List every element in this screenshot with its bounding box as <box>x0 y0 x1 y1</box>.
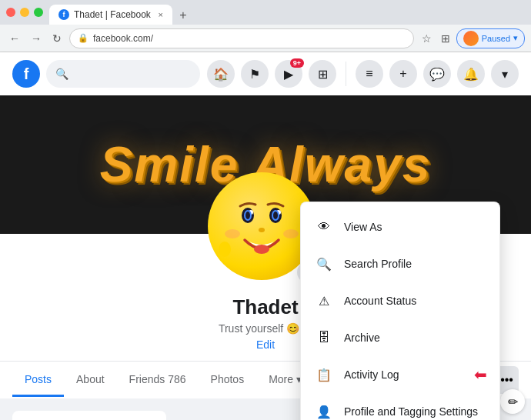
minimize-window-button[interactable] <box>20 8 29 17</box>
svg-point-7 <box>273 212 278 219</box>
friends-count: 786 <box>168 373 185 385</box>
profile-avatar-small <box>463 31 479 46</box>
tab-title: Thadet | Facebook <box>74 9 151 20</box>
create-nav-button[interactable]: + <box>389 60 417 88</box>
refresh-button[interactable]: ↻ <box>49 29 65 48</box>
tab-close-button[interactable]: × <box>159 10 163 19</box>
account-status-label: Account Status <box>344 295 487 307</box>
profile-tagging-icon: 👤 <box>313 401 335 420</box>
video-badge: 9+ <box>290 58 304 68</box>
paused-label: Paused <box>482 34 510 43</box>
svg-point-8 <box>259 228 265 232</box>
maximize-window-button[interactable] <box>34 8 43 17</box>
svg-point-10 <box>225 229 240 238</box>
window-controls <box>6 8 43 17</box>
facebook-logo[interactable]: f <box>12 60 40 88</box>
view-as-label: View As <box>344 221 487 233</box>
intro-card: Intro <box>12 411 166 420</box>
chevron-icon: ▾ <box>513 33 518 43</box>
nav-separator <box>346 62 346 86</box>
svg-point-9 <box>254 245 269 254</box>
facebook-navbar: f 🔍 🏠 ⚑ ▶ 9+ ⊞ ≡ + 💬 🔔 ▾ <box>0 52 531 95</box>
video-nav-button[interactable]: ▶ 9+ <box>275 60 302 88</box>
search-icon: 🔍 <box>55 68 68 80</box>
tab-bar: f Thadet | Facebook × + <box>49 0 192 25</box>
browser-titlebar: f Thadet | Facebook × + <box>0 0 531 25</box>
forward-button[interactable]: → <box>28 29 45 48</box>
close-window-button[interactable] <box>6 8 15 17</box>
edit-bio-link[interactable]: Edit <box>256 338 275 351</box>
address-bar[interactable]: 🔒 facebook.com/ <box>69 28 414 48</box>
bookmark-button[interactable]: ☆ <box>419 29 435 48</box>
menu-item-view-as[interactable]: 👁 View As <box>301 208 499 245</box>
activity-log-icon: 📋 <box>313 364 335 385</box>
svg-point-11 <box>283 229 299 238</box>
archive-icon: 🗄 <box>313 327 335 348</box>
nav-icons: 🏠 ⚑ ▶ 9+ ⊞ ≡ + 💬 🔔 ▾ <box>207 60 519 88</box>
profile-avatar <box>208 172 316 280</box>
address-text: facebook.com/ <box>93 33 153 44</box>
search-profile-icon: 🔍 <box>313 253 335 275</box>
browser-actions: ☆ ⊞ Paused ▾ <box>419 28 525 48</box>
bio-text: Trust yourself 😊😊 <box>219 322 312 335</box>
search-box[interactable]: 🔍 <box>46 60 200 88</box>
flag-nav-button[interactable]: ⚑ <box>241 60 269 88</box>
edit-icon: ✏ <box>508 395 518 409</box>
activity-log-arrow: ⬅ <box>474 365 487 384</box>
marketplace-nav-button[interactable]: ⊞ <box>309 60 336 88</box>
tab-friends[interactable]: Friends 786 <box>117 364 199 397</box>
svg-point-6 <box>245 212 250 219</box>
browser-addressbar: ← → ↻ 🔒 facebook.com/ ☆ ⊞ Paused ▾ <box>0 25 531 52</box>
tab-photos[interactable]: Photos <box>199 364 257 397</box>
view-as-icon: 👁 <box>313 216 335 238</box>
tab-posts[interactable]: Posts <box>12 364 64 397</box>
menu-item-activity-log[interactable]: 📋 Activity Log ⬅ <box>301 356 499 393</box>
menu-item-search-profile[interactable]: 🔍 Search Profile <box>301 245 499 282</box>
search-profile-label: Search Profile <box>344 258 487 270</box>
edit-floating-button[interactable]: ✏ <box>500 389 525 414</box>
account-nav-button[interactable]: ▾ <box>491 60 519 88</box>
lock-icon: 🔒 <box>78 33 88 43</box>
menu-item-archive[interactable]: 🗄 Archive <box>301 319 499 356</box>
new-tab-button[interactable]: + <box>174 6 192 25</box>
dropdown-menu: 👁 View As 🔍 Search Profile ⚠ Account Sta… <box>300 202 500 420</box>
smiley-svg <box>215 180 308 272</box>
tab-about[interactable]: About <box>64 364 117 397</box>
menu-item-account-status[interactable]: ⚠ Account Status <box>301 282 499 319</box>
active-tab[interactable]: f Thadet | Facebook × <box>49 5 172 25</box>
account-status-icon: ⚠ <box>313 290 335 312</box>
paused-badge: Paused ▾ <box>456 28 525 48</box>
activity-log-label: Activity Log <box>344 368 462 381</box>
messenger-nav-button[interactable]: 💬 <box>423 60 451 88</box>
home-nav-button[interactable]: 🏠 <box>207 60 235 88</box>
svg-point-12 <box>219 242 231 257</box>
notifications-nav-button[interactable]: 🔔 <box>457 60 485 88</box>
profile-tagging-label: Profile and Tagging Settings <box>344 405 487 418</box>
menu-item-profile-tagging[interactable]: 👤 Profile and Tagging Settings <box>301 393 499 420</box>
tab-favicon: f <box>58 9 69 20</box>
archive-label: Archive <box>344 332 487 344</box>
back-button[interactable]: ← <box>6 29 23 48</box>
menu-nav-button[interactable]: ≡ <box>356 60 383 88</box>
extensions-button[interactable]: ⊞ <box>438 29 453 48</box>
